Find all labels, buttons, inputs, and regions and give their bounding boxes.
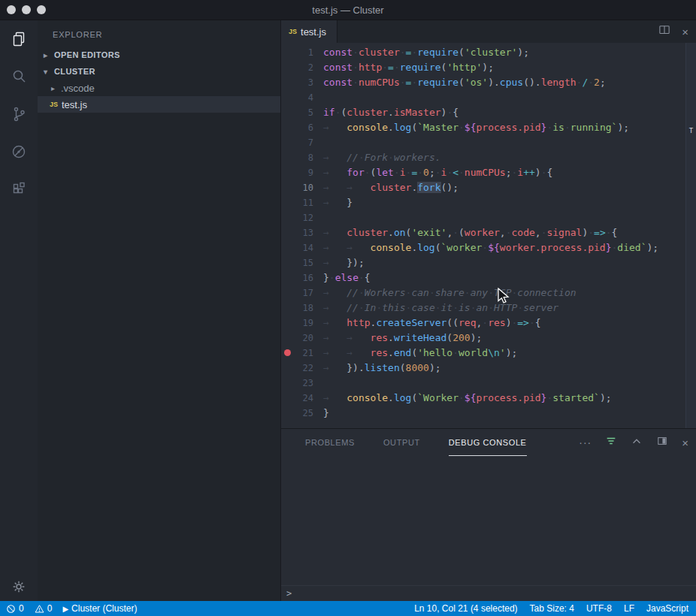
code-line[interactable]: 10→→cluster.fork();: [281, 180, 685, 195]
minimap-overview-ruler[interactable]: T: [685, 43, 696, 428]
code-text: →//·In·this·case·it·is·an·HTTP·server: [323, 300, 558, 316]
language-mode[interactable]: JavaScript: [646, 603, 688, 614]
breakpoint-gutter[interactable]: [281, 331, 293, 346]
tab-testjs[interactable]: JS test.js: [281, 20, 337, 43]
breakpoint-gutter[interactable]: [281, 150, 293, 165]
code-line[interactable]: 20→→res.writeHead(200);: [281, 331, 685, 346]
debug-console-input[interactable]: >: [281, 585, 696, 601]
code-line[interactable]: 25}: [281, 406, 685, 421]
breakpoint-gutter[interactable]: [281, 300, 293, 316]
code-line[interactable]: 7: [281, 135, 685, 150]
breakpoint-gutter[interactable]: [281, 316, 293, 331]
section-cluster[interactable]: ▾ CLUSTER: [38, 63, 280, 80]
code-line[interactable]: 14→→console.log(`worker·${worker.process…: [281, 240, 685, 255]
breakpoint-gutter[interactable]: [281, 240, 293, 255]
breakpoint-gutter[interactable]: [281, 135, 293, 150]
line-number: 21: [293, 346, 313, 361]
code-line[interactable]: 24→console.log(`Worker·${process.pid}·st…: [281, 391, 685, 406]
breakpoint-gutter[interactable]: [281, 210, 293, 225]
line-number: 11: [293, 195, 313, 210]
split-editor-icon[interactable]: [658, 23, 671, 40]
code-line[interactable]: 4: [281, 90, 685, 105]
code-line[interactable]: 6→console.log(`Master·${process.pid}·is·…: [281, 120, 685, 135]
code-line[interactable]: 23: [281, 376, 685, 391]
tab-problems[interactable]: PROBLEMS: [305, 429, 355, 456]
encoding-indicator[interactable]: UTF-8: [586, 603, 612, 614]
code-line[interactable]: 1const·cluster·=·require('cluster');: [281, 45, 685, 60]
code-editor[interactable]: 1const·cluster·=·require('cluster');2con…: [281, 43, 685, 428]
warning-count[interactable]: 0: [35, 603, 53, 614]
settings-gear-icon[interactable]: [0, 578, 38, 595]
breakpoint-gutter[interactable]: [281, 225, 293, 240]
tree-item-testjs-file[interactable]: JS test.js: [38, 96, 280, 113]
more-actions-icon[interactable]: ···: [579, 436, 592, 448]
breakpoint-gutter[interactable]: [281, 255, 293, 270]
close-window-button[interactable]: [7, 5, 16, 14]
tab-output[interactable]: OUTPUT: [383, 429, 420, 456]
breakpoint-gutter[interactable]: [281, 90, 293, 105]
code-text: if·(cluster.isMaster)·{: [323, 105, 458, 120]
breakpoint-gutter[interactable]: [281, 120, 293, 135]
line-number: 4: [293, 90, 313, 105]
source-control-icon[interactable]: [0, 95, 38, 133]
breakpoint-gutter[interactable]: [281, 285, 293, 300]
debug-icon[interactable]: [0, 133, 38, 171]
eol-indicator[interactable]: LF: [624, 603, 634, 614]
search-icon[interactable]: [0, 58, 38, 95]
code-line[interactable]: 15→});: [281, 255, 685, 270]
breakpoint-gutter[interactable]: [281, 391, 293, 406]
breakpoint-gutter[interactable]: [281, 180, 293, 195]
tab-debug-console[interactable]: DEBUG CONSOLE: [449, 429, 527, 456]
code-line[interactable]: 21→→res.end('hello·world\n');: [281, 346, 685, 361]
breakpoint-gutter[interactable]: [281, 406, 293, 421]
code-line[interactable]: 5if·(cluster.isMaster)·{: [281, 105, 685, 120]
error-count[interactable]: 0: [6, 603, 24, 614]
close-panel-icon[interactable]: ×: [682, 437, 688, 448]
panel-layout-icon[interactable]: [656, 435, 668, 450]
close-editor-icon[interactable]: ×: [682, 26, 688, 38]
breakpoint-gutter[interactable]: [281, 105, 293, 120]
minimize-window-button[interactable]: [22, 5, 31, 14]
zoom-window-button[interactable]: [37, 5, 46, 14]
play-icon: ▶: [62, 605, 68, 613]
code-line[interactable]: 12: [281, 210, 685, 225]
breakpoint-gutter[interactable]: [281, 60, 293, 75]
breakpoint-gutter[interactable]: [281, 45, 293, 60]
javascript-file-icon: JS: [289, 28, 297, 35]
line-number: 16: [293, 270, 313, 285]
line-number: 5: [293, 105, 313, 120]
breakpoint-gutter[interactable]: [281, 270, 293, 285]
tree-item-vscode-folder[interactable]: ▸ .vscode: [38, 80, 280, 96]
code-line[interactable]: 18→//·In·this·case·it·is·an·HTTP·server: [281, 300, 685, 316]
code-line[interactable]: 16}·else·{: [281, 270, 685, 285]
section-open-editors[interactable]: ▸ OPEN EDITORS: [38, 47, 280, 63]
breakpoint-gutter[interactable]: [281, 376, 293, 391]
breakpoint-gutter[interactable]: [281, 195, 293, 210]
code-line[interactable]: 3const·numCPUs·=·require('os').cpus().le…: [281, 75, 685, 90]
code-line[interactable]: 13→cluster.on('exit',·(worker,·code,·sig…: [281, 225, 685, 240]
extensions-icon[interactable]: [0, 171, 38, 208]
code-line[interactable]: 11→}: [281, 195, 685, 210]
chevron-right-icon: ▸: [44, 51, 54, 59]
code-text: →cluster.on('exit',·(worker,·code,·signa…: [323, 225, 617, 240]
bottom-panel: PROBLEMS OUTPUT DEBUG CONSOLE ···: [280, 428, 696, 601]
code-line[interactable]: 19→http.createServer((req,·res)·=>·{: [281, 316, 685, 331]
code-line[interactable]: 8→//·Fork·workers.: [281, 150, 685, 165]
breakpoint-gutter[interactable]: [281, 361, 293, 376]
vscode-window: test.js — Cluster: [0, 0, 696, 616]
code-line[interactable]: 22→}).listen(8000);: [281, 361, 685, 376]
chevron-down-icon: ▾: [44, 68, 54, 76]
explorer-icon[interactable]: [0, 20, 38, 58]
maximize-panel-icon[interactable]: [631, 435, 643, 450]
code-line[interactable]: 17→//·Workers·can·share·any·TCP·connecti…: [281, 285, 685, 300]
debug-launch-config[interactable]: ▶ Cluster (Cluster): [62, 603, 137, 614]
breakpoint-gutter[interactable]: [281, 165, 293, 180]
line-number: 19: [293, 316, 313, 331]
cursor-position[interactable]: Ln 10, Col 21 (4 selected): [414, 603, 517, 614]
filter-icon[interactable]: [605, 435, 617, 450]
code-line[interactable]: 2const·http·=·require('http');: [281, 60, 685, 75]
tab-size-indicator[interactable]: Tab Size: 4: [530, 603, 574, 614]
code-line[interactable]: 9→for·(let·i·=·0;·i·<·numCPUs;·i++)·{: [281, 165, 685, 180]
breakpoint-gutter[interactable]: [281, 75, 293, 90]
breakpoint-dot[interactable]: [281, 346, 293, 361]
